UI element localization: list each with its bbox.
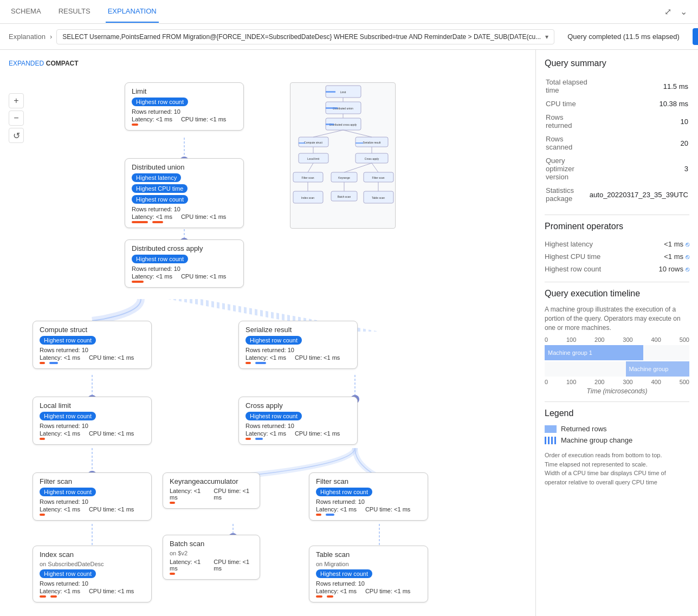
node-filter-scan-right-title: Filter scan [316,477,421,485]
download-json-button[interactable]: DOWNLOAD JSON [693,28,698,45]
summary-label: CPU time [546,98,589,110]
legend-label-returned-rows: Returned rows [561,425,607,433]
machine-group-1-bar: Machine group 1 [545,345,643,360]
svg-text:Serialize result: Serialize result [363,141,381,144]
prominent-operators-section: Prominent operators Highest latency <1 m… [545,222,689,275]
query-bar: Explanation › SELECT Username,PointsEarn… [0,24,698,50]
svg-text:Filter scan: Filter scan [301,176,314,179]
node-limit-badge: Highest row count [132,98,188,106]
node-filter-scan-left[interactable]: Filter scan Highest row count Rows retur… [33,472,152,521]
summary-label: Rows returned [546,111,589,132]
summary-value: 10.38 ms [590,98,688,110]
legend-icon-returned-rows [545,425,557,433]
timeline-axis-bottom: 0 100 200 300 400 500 [545,379,689,385]
execution-timeline-section: Query execution timeline A machine group… [545,289,689,395]
query-summary-section: Query summary Total elapsed time11.5 msC… [545,59,689,206]
chevron-down-icon[interactable]: ⌄ [678,4,689,19]
node-cross-apply-title: Cross apply [245,401,351,410]
node-dist-cross-cpu: CPU time: <1 ms [181,273,226,280]
dropdown-arrow[interactable]: ▾ [545,33,548,41]
node-filter-scan-left-latency: Latency: <1 ms [40,506,80,513]
bar-is2 [50,595,57,598]
node-table-scan-badge: Highest row count [316,569,372,578]
zoom-controls: + − ↺ [9,93,24,143]
node-keyrange[interactable]: Keyrangeaccumulator Latency: <1 ms CPU t… [163,472,260,509]
minimap-svg: Limit Distributed union Distributed cros… [290,83,396,229]
prominent-item-value: <1 ms ⎋ [664,240,689,248]
prominent-item-value: <1 ms ⎋ [664,252,689,261]
node-batch-scan-cpu: CPU time: <1 ms [214,559,253,572]
bar-blue-fsr [326,514,334,516]
node-cross-apply-rows: Rows returned: 10 [245,423,294,429]
node-local-limit[interactable]: Local limit Highest row count Rows retur… [33,397,152,445]
node-dist-cross-latency: Latency: <1 ms [132,273,172,280]
query-input[interactable]: SELECT Username,PointsEarned FROM Migrat… [56,29,554,44]
node-batch-scan[interactable]: Batch scan on $v2 Latency: <1 ms CPU tim… [163,535,260,580]
machine-group-1-label: Machine group 1 [548,349,592,356]
node-limit[interactable]: Limit Highest row count Rows returned: 1… [125,82,244,131]
compact-btn[interactable]: COMPACT [46,59,79,68]
legend-item-returned-rows: Returned rows [545,425,689,433]
node-local-limit-title: Local limit [40,401,145,410]
prominent-item-label: Highest CPU time [545,252,600,261]
prominent-row: Highest row count 10 rows ⎋ [545,263,689,275]
node-local-limit-badge: Highest row count [40,412,96,420]
timeline-title: Query execution timeline [545,289,689,299]
node-keyrange-title: Keyrangeaccumulator [170,477,253,485]
zoom-reset-button[interactable]: ↺ [9,128,24,143]
prominent-row: Highest latency <1 ms ⎋ [545,238,689,250]
link-icon[interactable]: ⎋ [686,241,689,248]
node-dist-union-rows: Rows returned: 10 [132,206,180,212]
top-tabs: SCHEMA RESULTS EXPLANATION ⤢ ⌄ [0,0,698,24]
timeline-bar-1: Machine group 1 [545,345,689,360]
zoom-out-button[interactable]: − [9,111,24,126]
node-serialize-title: Serialize result [245,326,351,334]
summary-row: Statistics packageauto_20220317_23_35_39… [546,184,688,205]
node-limit-latency: Latency: <1 ms [132,116,172,122]
node-compute[interactable]: Compute struct Highest row count Rows re… [33,321,152,369]
node-cross-apply[interactable]: Cross apply Highest row count Rows retur… [238,397,358,445]
explanation-label: Explanation [9,33,46,41]
node-index-scan[interactable]: Index scan on SubscribedDateDesc Highest… [33,546,152,602]
node-dist-union[interactable]: Distributed union Highest latency Highes… [125,158,244,228]
node-index-scan-subtitle: on SubscribedDateDesc [40,561,145,567]
svg-line-55 [308,163,313,172]
node-table-scan-cpu: CPU time: <1 ms [365,588,410,594]
node-dist-cross[interactable]: Distributed cross apply Highest row coun… [125,239,244,288]
legend-title: Legend [545,408,689,418]
tab-results[interactable]: RESULTS [56,1,93,23]
node-dist-union-cpu: CPU time: <1 ms [181,213,226,220]
node-serialize-latency: Latency: <1 ms [245,354,286,361]
node-filter-scan-right[interactable]: Filter scan Highest row count Rows retur… [309,472,428,521]
svg-rect-61 [326,91,335,93]
node-compute-badge: Highest row count [40,336,96,345]
node-table-scan-title: Table scan [316,550,421,559]
summary-row: Rows scanned20 [546,133,688,153]
bar-fsr [316,514,321,516]
link-icon[interactable]: ⎋ [686,265,689,273]
expand-icon[interactable]: ⤢ [662,4,674,19]
node-batch-scan-latency: Latency: <1 ms [170,559,205,572]
node-dist-cross-title: Distributed cross apply [132,244,237,252]
summary-row: Query optimizer version3 [546,154,688,183]
summary-label: Rows scanned [546,133,589,153]
view-toggles: EXPANDED COMPACT [9,59,79,68]
bar-latency-ca [245,438,251,440]
node-serialize-rows: Rows returned: 10 [245,347,294,353]
tab-explanation[interactable]: EXPLANATION [106,1,159,23]
link-icon[interactable]: ⎋ [686,253,689,261]
node-limit-title: Limit [132,87,237,95]
bar-is [40,595,46,598]
node-dist-union-badge3: Highest row count [132,195,188,204]
bar-ts2 [327,595,333,598]
node-filter-scan-left-badge: Highest row count [40,488,96,496]
zoom-in-button[interactable]: + [9,93,24,108]
bar-ts [316,595,322,598]
tab-schema[interactable]: SCHEMA [9,1,43,23]
node-index-scan-latency: Latency: <1 ms [40,588,80,594]
node-table-scan[interactable]: Table scan on Migration Highest row coun… [309,546,428,602]
legend-item-machine-group: Machine group change [545,436,689,444]
node-serialize[interactable]: Serialize result Highest row count Rows … [238,321,358,369]
expanded-btn[interactable]: EXPANDED [9,59,44,68]
svg-line-52 [343,130,372,137]
